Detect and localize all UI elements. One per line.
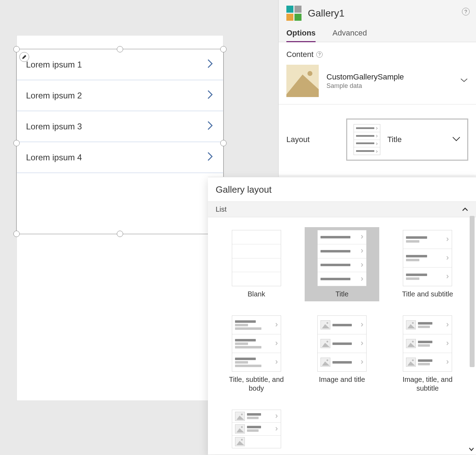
selection-outline	[17, 49, 223, 234]
flyout-group-name: List	[216, 205, 227, 213]
help-icon[interactable]: ?	[316, 51, 323, 58]
resize-handle[interactable]	[13, 46, 20, 52]
flyout-title: Gallery layout	[208, 177, 476, 201]
image-placeholder-icon	[286, 65, 319, 97]
layout-tile-more[interactable]	[219, 407, 293, 451]
layout-tile-label: Title, subtitle, and body	[222, 375, 291, 393]
layout-label: Layout	[286, 135, 336, 144]
chevron-down-icon[interactable]	[467, 444, 476, 455]
help-icon[interactable]: ?	[462, 8, 470, 15]
layout-dropdown[interactable]: Title	[346, 118, 468, 161]
layout-tile-image-title-subtitle[interactable]: Image, title, and subtitle	[391, 313, 465, 396]
layout-thumbnail	[232, 230, 281, 286]
layout-thumbnail	[403, 315, 452, 372]
layout-tile-title-subtitle-body[interactable]: Title, subtitle, and body	[219, 313, 293, 396]
layout-tile-label: Image, title, and subtitle	[393, 375, 462, 393]
datasource-name: CustomGallerySample	[326, 72, 404, 82]
layout-tile-image-title[interactable]: Image and title	[305, 313, 379, 396]
content-heading: Content ?	[286, 50, 468, 59]
layout-tile-label: Blank	[248, 290, 265, 299]
layout-thumbnail	[317, 315, 367, 372]
layout-selected-value: Title	[387, 135, 445, 144]
chevron-down-icon[interactable]	[452, 136, 461, 143]
tab-options[interactable]: Options	[286, 28, 316, 42]
layout-thumbnail	[317, 230, 367, 286]
tab-advanced[interactable]: Advanced	[332, 28, 367, 42]
layout-tile-label: Title and subtitle	[402, 290, 453, 299]
layout-thumbnail	[232, 410, 281, 448]
layout-tile-label: Title	[335, 290, 348, 299]
resize-handle[interactable]	[220, 46, 227, 52]
layout-tile-label: Image and title	[319, 375, 365, 384]
chevron-down-icon[interactable]	[460, 77, 468, 84]
panel-tabs: Options Advanced	[279, 21, 476, 42]
layout-tile-grid: Blank Title Title and subtitle	[208, 217, 476, 455]
layout-thumbnail	[403, 230, 452, 286]
layout-tile-title[interactable]: Title	[305, 227, 379, 301]
datasource-subtitle: Sample data	[326, 82, 404, 90]
control-name[interactable]: Gallery1	[308, 8, 344, 19]
layout-thumbnail	[232, 315, 281, 372]
resize-handle[interactable]	[220, 140, 227, 146]
layout-flyout: Gallery layout List Blank Title	[208, 177, 476, 455]
resize-handle[interactable]	[13, 231, 20, 237]
scrollbar-thumb[interactable]	[470, 216, 475, 367]
gallery-type-icon	[286, 6, 302, 21]
chevron-up-icon[interactable]	[462, 205, 468, 213]
resize-handle[interactable]	[117, 46, 123, 52]
layout-tile-title-subtitle[interactable]: Title and subtitle	[391, 227, 465, 301]
resize-handle[interactable]	[13, 140, 20, 146]
layout-tile-blank[interactable]: Blank	[219, 227, 293, 301]
layout-thumbnail	[354, 124, 380, 155]
resize-handle[interactable]	[117, 231, 123, 237]
edit-template-button[interactable]	[19, 52, 29, 62]
datasource-picker[interactable]: CustomGallerySample Sample data	[286, 65, 468, 97]
